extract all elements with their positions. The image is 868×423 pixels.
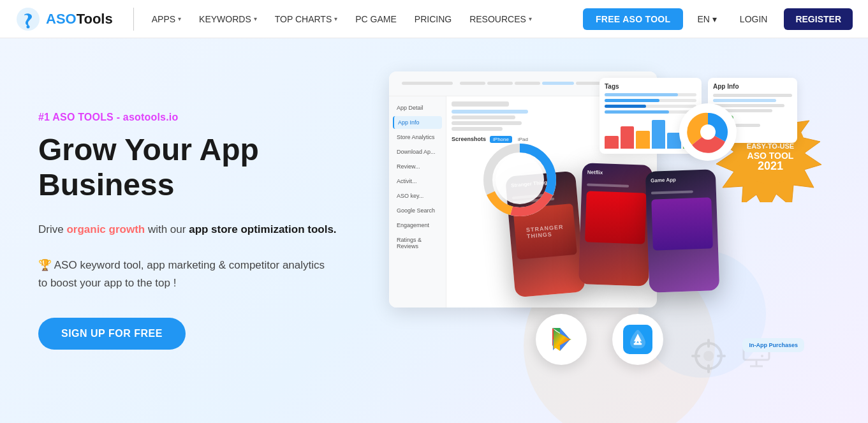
app-info-title: App Info [713,83,792,90]
logo-link[interactable]: ASOTools [15,6,113,32]
hero-desc-line4: to boost your app to the top ! [38,277,176,289]
nav-keywords[interactable]: KEYWORDS ▾ [191,9,265,29]
hero-tagline: #1 ASO TOOLS - asotools.io [38,112,370,123]
hero-section: #1 ASO TOOLS - asotools.io Grow Your App… [0,38,868,423]
sidebar-ratings: Ratings & Reviews [393,234,442,253]
hero-title: Grow Your App Business [38,132,370,202]
nav-divider [133,8,134,31]
svg-point-4 [700,124,716,140]
tags-card-title: Tags [605,83,696,90]
google-play-icon [547,325,575,353]
sidebar-google-search: Google Search [393,204,442,217]
hero-desc-text2: with our [145,223,189,235]
svg-point-31 [761,355,763,357]
sidebar-review: Review... [393,160,442,173]
nav-top-charts[interactable]: TOP CHARTS ▾ [267,9,345,29]
free-aso-button[interactable]: FREE ASO TOOL [583,8,683,30]
sidebar-aso-key: ASO key... [393,189,442,202]
app-store-circle [612,314,663,365]
login-button[interactable]: LOGIN [731,9,777,29]
nav-pricing[interactable]: PRICING [407,9,459,29]
sidebar-store-analytics: Store Analytics [393,131,442,144]
tag-bar-3 [605,105,696,108]
app-store-icons [536,314,663,365]
svg-text:EASY-TO-USE: EASY-TO-USE [747,142,794,150]
pie-chart-svg [686,110,730,154]
svg-point-1 [27,25,30,28]
donut-chart [482,142,558,218]
navbar: ASOTools APPS ▾ KEYWORDS ▾ TOP CHARTS ▾ … [0,0,868,38]
register-button[interactable]: REGISTER [784,8,853,30]
sidebar-app-info: App Info [393,116,442,129]
tag-bar-2 [605,99,696,102]
svg-text:2021: 2021 [758,160,783,172]
logo-text: ASOTools [46,11,113,27]
dash-sidebar: App Detail App Info Store Analytics Down… [389,96,446,308]
svg-point-9 [496,156,544,204]
hero-highlight: organic growth [66,223,145,235]
chevron-down-icon: ▾ [178,15,181,22]
pie-chart-card [679,103,737,161]
google-play-circle [536,314,587,365]
chevron-down-icon: ▾ [529,15,532,22]
sidebar-app-detail: App Detail [393,101,442,114]
chevron-down-icon: ▾ [712,14,717,24]
sidebar-activit: Activit... [393,175,442,188]
deco-gears [689,337,728,378]
svg-point-23 [703,351,714,361]
app-store-icon [623,325,652,354]
phone-card-3: Game App [645,169,720,293]
tag-bar-1 [605,93,696,96]
nav-pc-game[interactable]: PC GAME [348,9,404,29]
iap-badge: In-App Purchases [742,338,804,352]
hero-left: #1 ASO TOOLS - asotools.io Grow Your App… [38,112,370,350]
hero-description: Drive organic growth with our app store … [38,221,370,292]
sidebar-engagement: Engagement [393,219,442,232]
chevron-down-icon: ▾ [334,15,337,22]
nav-apps[interactable]: APPS ▾ [144,9,189,29]
tag-bar-4 [605,110,696,114]
hero-bold-text: app store optimization tools. [189,223,336,235]
hero-illustration: App Detail App Info Store Analytics Down… [383,71,830,390]
nav-links: APPS ▾ KEYWORDS ▾ TOP CHARTS ▾ PC GAME P… [144,9,583,29]
nav-resources[interactable]: RESOURCES ▾ [462,9,540,29]
hero-desc-line3: 🏆 ASO keyword tool, app marketing & comp… [38,259,325,271]
signup-button[interactable]: SIGN UP FOR FREE [38,318,186,350]
sidebar-download: Download Ap... [393,145,442,158]
navbar-right: FREE ASO TOOL EN ▾ LOGIN REGISTER [583,8,853,30]
chevron-down-icon: ▾ [254,15,257,22]
hero-desc-text1: Drive [38,223,66,235]
phone-card-2: Netflix [578,163,653,286]
language-selector[interactable]: EN ▾ [691,9,723,29]
logo-icon [15,6,41,32]
